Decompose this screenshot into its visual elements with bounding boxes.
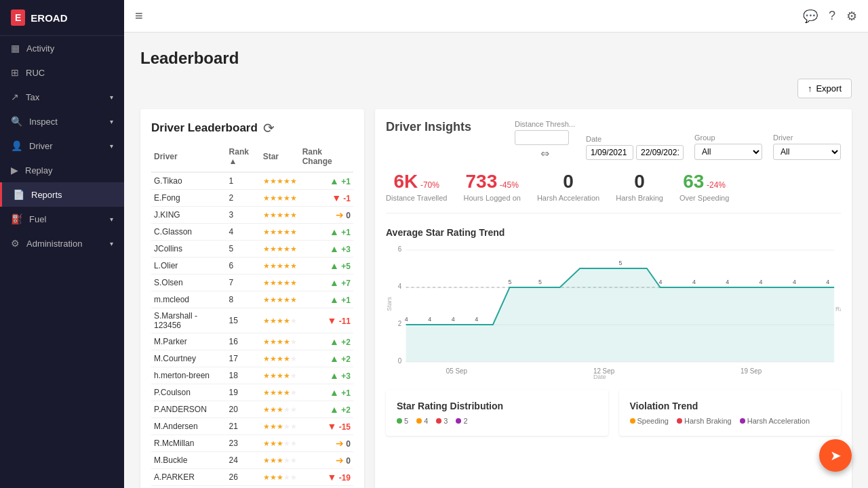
leaderboard-title: Driver Leaderboard bbox=[151, 121, 258, 135]
svg-text:4: 4 bbox=[452, 316, 455, 323]
driver-rank: 16 bbox=[226, 333, 260, 350]
driver-rank: 21 bbox=[226, 418, 260, 435]
svg-text:0: 0 bbox=[398, 357, 402, 365]
fuel-icon: ⛽ bbox=[11, 214, 22, 224]
sidebar-item-label: Replay bbox=[25, 165, 52, 176]
svg-text:05 Sep: 05 Sep bbox=[446, 367, 468, 375]
insights-header: Driver Insights Distance Thresh... ⇔ Dat… bbox=[386, 120, 841, 160]
fab-button[interactable]: ➤ bbox=[819, 439, 852, 472]
sidebar-item-driver[interactable]: 👤 Driver ▾ bbox=[0, 134, 124, 158]
svg-text:5: 5 bbox=[618, 260, 622, 266]
legend-item-4: 4 bbox=[416, 417, 428, 425]
filters-row: Distance Thresh... ⇔ Date G bbox=[515, 120, 841, 160]
leaderboard-icon: ⟳ bbox=[263, 120, 275, 136]
legend-item-harsh-accel: Harsh Acceleration bbox=[740, 417, 810, 425]
rank-change: ▲ +1 bbox=[300, 291, 353, 308]
arrow-up-icon: ▲ bbox=[330, 277, 339, 288]
content-area: Leaderboard ↑ Export Driver Leaderboard … bbox=[124, 33, 868, 488]
driver-name: J.KING bbox=[151, 207, 226, 224]
group-filter: Group All bbox=[694, 134, 762, 160]
export-label: Export bbox=[816, 83, 842, 94]
svg-text:2: 2 bbox=[398, 320, 402, 327]
arrow-up-icon: ▲ bbox=[330, 387, 339, 398]
arrow-up-icon: ▲ bbox=[330, 370, 339, 381]
sidebar-item-ruc[interactable]: ⊞ RUC bbox=[0, 60, 124, 85]
sidebar-item-label: Fuel bbox=[29, 214, 46, 224]
table-row: E.Fong 2 ★★★★★ ▼ -1 bbox=[151, 190, 353, 207]
chart-title: Average Star Rating Trend bbox=[386, 227, 841, 238]
svg-text:6: 6 bbox=[398, 245, 402, 253]
sidebar-item-label: Reports bbox=[31, 190, 62, 200]
arrow-down-icon: ▼ bbox=[332, 192, 341, 203]
violation-legend: Speeding Harsh Braking Harsh Acceleratio… bbox=[630, 417, 831, 425]
stat-item: 0 Harsh Acceleration bbox=[537, 171, 599, 202]
driver-name: C.Glasson bbox=[151, 224, 226, 241]
distance-input[interactable] bbox=[515, 130, 569, 145]
driver-stars: ★★★★★ bbox=[260, 452, 300, 469]
stat-item: 63 -24% Over Speeding bbox=[679, 171, 729, 202]
driver-stars: ★★★★★ bbox=[260, 367, 300, 384]
sidebar-item-inspect[interactable]: 🔍 Inspect ▾ bbox=[0, 109, 124, 134]
driver-rank: 17 bbox=[226, 350, 260, 367]
legend-item-2: 2 bbox=[456, 417, 467, 425]
driver-name: L.Olier bbox=[151, 258, 226, 274]
driver-name: M.Buckle bbox=[151, 452, 226, 469]
driver-stars: ★★★★★ bbox=[260, 469, 300, 486]
star-rating-chart: 6 4 2 0 Stars bbox=[386, 243, 841, 379]
group-select[interactable]: All bbox=[694, 144, 762, 160]
sidebar-item-administration[interactable]: ⚙ Administration ▾ bbox=[0, 231, 124, 256]
svg-text:Stars: Stars bbox=[386, 296, 393, 311]
sidebar-item-activity[interactable]: ▦ Activity bbox=[0, 36, 124, 60]
table-row: C.Glasson 4 ★★★★★ ▲ +1 bbox=[151, 224, 353, 241]
export-button[interactable]: ↑ Export bbox=[797, 79, 852, 98]
distance-filter: Distance Thresh... ⇔ bbox=[515, 120, 575, 160]
stat-number: 63 bbox=[683, 171, 704, 192]
driver-rank: 3 bbox=[226, 207, 260, 224]
table-row: S.Marshall - 123456 15 ★★★★★ ▼ -11 bbox=[151, 308, 353, 333]
settings-icon[interactable]: ⚙ bbox=[846, 9, 857, 24]
arrow-up-icon: ▲ bbox=[330, 260, 339, 271]
sidebar-item-fuel[interactable]: ⛽ Fuel ▾ bbox=[0, 207, 124, 231]
driver-stars: ★★★★★ bbox=[260, 308, 300, 333]
rank-change: ➔ 0 bbox=[300, 435, 353, 452]
leaderboard-panel: Driver Leaderboard ⟳ Driver Rank ▲ Star … bbox=[140, 109, 364, 488]
star-distribution-title: Star Rating Distribution bbox=[397, 401, 597, 411]
replay-icon: ▶ bbox=[11, 165, 18, 176]
driver-name: R.McMillan bbox=[151, 435, 226, 452]
main-grid: Driver Leaderboard ⟳ Driver Rank ▲ Star … bbox=[140, 109, 852, 488]
arrow-right-icon: ➔ bbox=[336, 438, 344, 449]
rank-change: ▲ +5 bbox=[300, 258, 353, 274]
driver-icon: 👤 bbox=[11, 140, 22, 151]
chevron-down-icon: ▾ bbox=[110, 142, 113, 150]
table-row: J.KING 3 ★★★★★ ➔ 0 bbox=[151, 207, 353, 224]
sidebar-item-tax[interactable]: ↗ Tax ▾ bbox=[0, 85, 124, 109]
rank-change: ➔ 0 bbox=[300, 207, 353, 224]
help-icon[interactable]: ? bbox=[829, 9, 835, 24]
legend-item-5: 5 bbox=[397, 417, 408, 425]
col-driver: Driver bbox=[151, 144, 226, 172]
sidebar-item-label: Driver bbox=[29, 141, 53, 151]
arrow-up-icon: ▲ bbox=[330, 176, 339, 186]
driver-select[interactable]: All bbox=[773, 144, 841, 160]
table-row: R.McMillan 23 ★★★★★ ➔ 0 bbox=[151, 435, 353, 452]
sidebar-item-replay[interactable]: ▶ Replay bbox=[0, 158, 124, 182]
driver-stars: ★★★★★ bbox=[260, 350, 300, 367]
stat-item: 6K -70% Distance Travelled bbox=[386, 171, 448, 202]
legend-item-speeding: Speeding bbox=[630, 417, 669, 425]
driver-name: G.Tikao bbox=[151, 172, 226, 190]
date-to-input[interactable] bbox=[636, 145, 684, 160]
driver-name: JCollins bbox=[151, 241, 226, 258]
menu-icon[interactable]: ≡ bbox=[135, 8, 143, 24]
svg-text:Rank: Rank bbox=[835, 306, 841, 312]
chat-icon[interactable]: 💬 bbox=[803, 9, 818, 24]
svg-text:4: 4 bbox=[398, 283, 402, 290]
date-from-input[interactable] bbox=[586, 145, 633, 160]
col-star: Star bbox=[260, 144, 300, 172]
logo-text: EROAD bbox=[31, 12, 67, 24]
sidebar-item-reports[interactable]: 📄 Reports bbox=[0, 182, 124, 207]
legend-item-harsh-braking: Harsh Braking bbox=[677, 417, 732, 425]
date-label: Date bbox=[586, 135, 684, 143]
table-row: h.merton-breen 18 ★★★★★ ▲ +3 bbox=[151, 367, 353, 384]
chevron-down-icon: ▾ bbox=[110, 240, 113, 247]
driver-stars: ★★★★★ bbox=[260, 258, 300, 274]
